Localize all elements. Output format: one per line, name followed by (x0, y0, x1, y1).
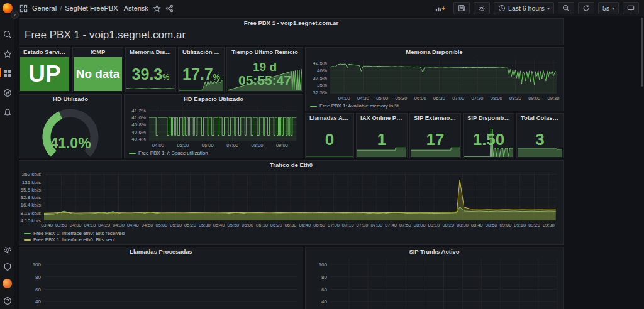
x-axis-tick: 05:30 (396, 95, 408, 101)
y-axis-tick: 41.0% (131, 115, 146, 121)
x-axis-tick: 07:00 (328, 222, 340, 228)
settings-gear-icon[interactable] (3, 245, 12, 254)
y-axis-tick: 35% (317, 82, 327, 88)
x-axis-tick: 08:00 (252, 143, 264, 148)
y-axis-tick: 60 (35, 286, 41, 292)
panel-trafico-eth0: Trafico de Eth0 4.10 kb/s8.19 kb/s16.4 k… (19, 160, 564, 245)
chevron-down-icon: ▾ (547, 6, 550, 11)
breadcrumb-dashboard-title[interactable]: SegNet FreePBX - Asterisk (65, 4, 148, 12)
trafico-eth0-chart: 4.10 kb/s8.19 kb/s16.4 kb/s32.8 kb/s65.5… (20, 170, 562, 244)
x-axis-tick: 06:50 (313, 222, 325, 228)
x-axis-tick: 06:30 (433, 95, 445, 101)
x-axis-tick: 05:10 (170, 222, 182, 228)
help-question-icon[interactable] (3, 296, 12, 305)
refresh-interval-label: 5s (602, 4, 609, 12)
x-axis-tick: 07:50 (399, 222, 411, 228)
y-axis-tick: 32.8 kb/s (21, 195, 41, 200)
legend-label: Free PBX 1: /: Space utilization (138, 150, 208, 156)
x-axis-tick: 07:30 (370, 222, 382, 228)
stat-value-line2: 05:55:47 (238, 73, 291, 87)
breadcrumb-separator: / (60, 4, 62, 12)
y-axis-tick: 40 (321, 299, 327, 305)
y-axis-tick: 41.2% (131, 107, 146, 113)
panel-title[interactable]: HD Utilizado (19, 95, 121, 104)
x-axis-tick: 07:30 (472, 95, 484, 101)
sidebar-expand-button[interactable]: › (11, 11, 19, 19)
y-axis-tick: 262 kb/s (22, 171, 41, 177)
stat-sparkline (306, 154, 353, 157)
x-axis-tick: 04:30 (113, 222, 125, 228)
breadcrumb-section[interactable]: General (32, 4, 57, 12)
y-axis-tick: 37.5% (313, 75, 327, 80)
panel-title[interactable]: Total Colas Conf (517, 114, 563, 122)
grafana-logo[interactable] (3, 3, 13, 13)
panel-utilizacion-cpu: Utilización CPU 17.7% (178, 47, 225, 92)
star-icon[interactable] (153, 4, 161, 13)
dashboard-settings-button[interactable] (474, 2, 490, 14)
stat-value: 3 (535, 131, 544, 148)
search-icon[interactable] (3, 30, 12, 39)
panel-title[interactable]: Free PBX 1 - voip1.segnet.com.ar (19, 19, 563, 28)
x-axis-tick: 08:30 (457, 222, 469, 228)
scrollbar-thumb[interactable] (641, 18, 643, 87)
star-icon[interactable] (3, 49, 12, 58)
legend-item[interactable]: Free PBX 1: Interface eth0: Bits receive… (24, 230, 125, 236)
hd-espacio-chart: 40.4%40.6%40.8%41.0%41.2%04:0005:0006:00… (125, 104, 302, 157)
legend-swatch (310, 106, 317, 107)
x-axis-tick: 04:20 (98, 222, 110, 228)
panel-title[interactable]: Tiempo Ultimo Reinicio (227, 48, 303, 57)
stat-value-line1: 19 d (253, 61, 277, 73)
refresh-interval-picker[interactable]: 5s ▾ (598, 2, 619, 14)
alerts-bell-icon[interactable] (3, 107, 12, 117)
panel-iax-online-peers: IAX Online Peers 1 (356, 113, 408, 158)
y-axis-tick: 40.8% (131, 122, 146, 127)
stat-value: 1 (377, 131, 386, 148)
x-axis-tick: 09:10 (514, 222, 526, 228)
panel-title[interactable]: SIP Disponibles (464, 114, 514, 122)
kiosk-mode-button[interactable] (623, 2, 639, 14)
gauge-value: 41.0% (20, 135, 121, 152)
panel-title[interactable]: IAX Online Peers (357, 114, 407, 122)
share-icon[interactable] (165, 4, 174, 13)
panel-title[interactable]: Trafico de Eth0 (19, 161, 563, 170)
x-axis-tick: 06:20 (270, 222, 282, 228)
legend-item[interactable]: Free PBX 1: Available memory in % (310, 103, 399, 109)
x-axis-tick: 08:10 (428, 222, 440, 228)
y-axis-tick: 131 kb/s (22, 179, 41, 185)
apps-grid-icon[interactable] (19, 4, 28, 13)
refresh-button[interactable] (578, 2, 594, 14)
clock-icon (498, 4, 506, 12)
zoom-out-button[interactable] (558, 2, 574, 14)
y-axis-tick: 80 (35, 274, 41, 279)
x-axis-tick: 08:00 (491, 95, 502, 101)
panel-hd-espacio-utilizado: HD Espacio Utilizado 40.4%40.6%40.8%41.0… (124, 94, 303, 158)
panel-title[interactable]: Estado Servicio (19, 48, 70, 57)
legend-item[interactable]: Free PBX 1: /: Space utilization (129, 150, 208, 156)
time-range-label: Last 6 hours (508, 4, 545, 12)
panel-memoria-disponible-chart: Memoria Disponible 32.5%35%37.5%40%42.5%… (305, 47, 564, 111)
server-admin-shield-icon[interactable] (3, 262, 12, 271)
explore-compass-icon[interactable] (3, 88, 12, 97)
x-axis-tick: 03:50 (55, 222, 67, 228)
dashboards-grid-icon[interactable] (3, 68, 12, 78)
x-axis-tick: 04:10 (84, 222, 96, 228)
panel-title[interactable]: Memoria Disponible (126, 48, 175, 57)
topnav: General / SegNet FreePBX - Asterisk + La… (14, 0, 644, 16)
add-panel-icon[interactable]: + (435, 4, 445, 13)
panel-title[interactable]: SIP Trunks Activo (306, 247, 563, 256)
panel-title[interactable]: Llamadas Procesadas (19, 247, 303, 256)
legend-label: Free PBX 1: Available memory in % (319, 103, 399, 109)
panel-total-colas-conf: Total Colas Conf 3 (516, 113, 564, 158)
save-button[interactable] (453, 2, 470, 14)
panel-title[interactable]: Llamadas Activas (306, 114, 353, 122)
panel-title[interactable]: HD Espacio Utilizado (125, 95, 303, 104)
panel-title[interactable]: ICMP (73, 48, 123, 57)
panel-title[interactable]: SIP Extensions Total (410, 114, 460, 122)
time-range-picker[interactable]: Last 6 hours ▾ (494, 2, 554, 14)
panel-title[interactable]: Utilización CPU (179, 48, 224, 57)
panel-title[interactable]: Memoria Disponible (306, 48, 563, 57)
sip-trunks-activo-chart: 20406080100 (306, 257, 562, 309)
legend-item[interactable]: Free PBX 1: Interface eth0: Bits sent (24, 237, 125, 242)
user-avatar[interactable] (3, 279, 12, 288)
x-axis-tick: 05:50 (227, 222, 239, 228)
